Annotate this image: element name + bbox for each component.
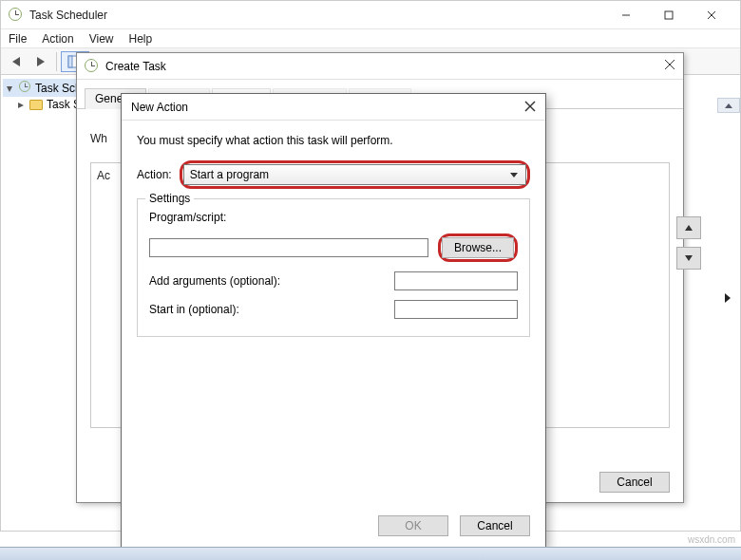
task-scheduler-icon <box>9 8 24 23</box>
taskbar <box>0 547 741 560</box>
action-select[interactable]: Start a program <box>183 164 526 185</box>
new-action-dialog: New Action You must specify what action … <box>121 93 546 549</box>
startin-input[interactable] <box>394 300 518 319</box>
main-title: Task Scheduler <box>29 9 107 22</box>
browse-button[interactable]: Browse... <box>442 237 514 258</box>
svg-rect-1 <box>665 11 673 19</box>
task-scheduler-icon <box>18 80 31 96</box>
new-action-footer: OK Cancel <box>378 515 530 536</box>
program-input[interactable] <box>149 238 428 257</box>
startin-label: Start in (optional): <box>149 303 385 316</box>
browse-highlight: Browse... <box>438 233 518 262</box>
action-label: Action: <box>137 168 172 181</box>
menu-help[interactable]: Help <box>129 32 153 46</box>
close-button[interactable] <box>664 59 675 73</box>
instruction-text: You must specify what action this task w… <box>137 134 530 147</box>
create-task-footer: Cancel <box>599 472 670 493</box>
move-down-button[interactable] <box>676 247 701 270</box>
actions-pane-expand-icon[interactable] <box>725 293 731 303</box>
program-label: Program/script: <box>149 211 518 224</box>
ok-button[interactable]: OK <box>378 515 448 536</box>
new-action-body: You must specify what action this task w… <box>122 121 545 337</box>
program-row: Browse... <box>149 233 518 262</box>
create-task-titlebar: Create Task <box>77 53 683 80</box>
column-action-header: Ac <box>97 169 110 182</box>
watermark: wsxdn.com <box>688 534 735 545</box>
folder-icon <box>29 100 43 110</box>
menu-action[interactable]: Action <box>42 32 73 46</box>
create-task-cancel-button[interactable]: Cancel <box>599 472 670 493</box>
arguments-input[interactable] <box>394 271 518 290</box>
action-highlight: Start a program <box>180 160 530 189</box>
chevron-down-icon <box>510 173 518 177</box>
move-up-button[interactable] <box>676 216 701 239</box>
menubar: File Action View Help <box>1 29 740 48</box>
nav-forward-button[interactable] <box>29 51 52 72</box>
action-row: Action: Start a program <box>137 160 530 189</box>
close-button[interactable] <box>524 100 536 115</box>
minimize-button[interactable] <box>604 2 647 28</box>
cancel-button[interactable]: Cancel <box>460 515 530 536</box>
reorder-buttons <box>676 216 701 270</box>
nav-back-button[interactable] <box>5 51 28 72</box>
arguments-row: Add arguments (optional): <box>149 271 518 290</box>
new-action-title: New Action <box>131 101 188 114</box>
settings-fieldset: Settings Program/script: Browse... Add a… <box>137 198 530 337</box>
close-button[interactable] <box>690 2 732 28</box>
menu-view[interactable]: View <box>89 32 114 46</box>
create-task-title: Create Task <box>105 60 166 73</box>
action-select-value: Start a program <box>190 168 269 181</box>
toolbar-separator <box>56 52 57 71</box>
menu-file[interactable]: File <box>9 32 27 46</box>
task-icon <box>85 59 100 74</box>
maximize-button[interactable] <box>647 2 690 28</box>
expand-icon[interactable]: ▸ <box>16 98 26 111</box>
expand-icon[interactable]: ▾ <box>5 82 14 95</box>
main-titlebar: Task Scheduler <box>1 1 740 29</box>
svg-rect-5 <box>68 56 72 67</box>
arguments-label: Add arguments (optional): <box>149 274 385 288</box>
settings-legend: Settings <box>145 192 194 205</box>
new-action-titlebar: New Action <box>122 94 545 121</box>
list-sort-indicator[interactable] <box>717 98 740 113</box>
startin-row: Start in (optional): <box>149 300 518 319</box>
